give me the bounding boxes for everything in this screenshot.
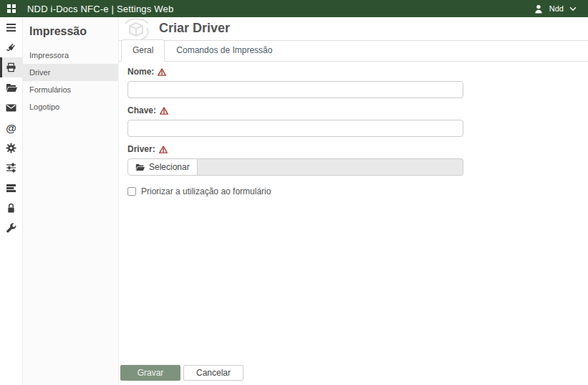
mail-icon (6, 104, 16, 112)
driver-form: Nome: Chave: Driver: (119, 67, 588, 196)
menu-icon (6, 23, 16, 32)
lock-icon (6, 203, 16, 214)
panel-title: Impressão (23, 17, 118, 47)
select-file-button[interactable]: Selecionar (127, 158, 198, 176)
driver-label: Driver: (127, 144, 579, 154)
sliders-icon (6, 163, 16, 173)
main-content: Criar Driver Geral Comandos de Impressão… (119, 17, 588, 385)
sidebar-item-preferences[interactable] (0, 158, 22, 178)
chave-label: Chave: (127, 105, 579, 115)
user-menu[interactable]: Ndd (534, 4, 577, 14)
panel-item-driver[interactable]: Driver (23, 64, 118, 81)
gear-icon (6, 143, 16, 153)
wrench-icon (6, 223, 16, 234)
sidebar-item-servers[interactable] (0, 178, 22, 198)
warning-icon (158, 68, 166, 76)
priorizar-checkbox-label: Priorizar a utilização ao formulário (141, 186, 271, 196)
driver-file-row: Selecionar (127, 158, 463, 176)
icon-sidebar: @ (0, 17, 23, 385)
sidebar-item-tools[interactable] (0, 218, 22, 238)
app-title: NDD i-Docs NFC-e | Settings Web (27, 4, 173, 14)
package-cube-icon (120, 18, 153, 42)
at-sign-icon: @ (6, 123, 16, 133)
nome-label: Nome: (127, 67, 579, 77)
tab-geral[interactable]: Geral (121, 39, 165, 62)
sidebar-item-files[interactable] (0, 77, 22, 98)
sidebar-item-settings[interactable] (0, 138, 22, 158)
user-name: Ndd (549, 4, 564, 13)
panel-item-formularios[interactable]: Formulários (23, 81, 118, 98)
sidebar-item-email-settings[interactable]: @ (0, 118, 22, 138)
sidebar-item-mail[interactable] (0, 98, 22, 118)
printer-icon (6, 62, 16, 72)
plug-icon (6, 42, 16, 53)
warning-icon (159, 146, 168, 153)
panel-item-impressora[interactable]: Impressora (23, 47, 118, 64)
page-header: Criar Driver (119, 17, 588, 41)
form-footer: Gravar Cancelar (120, 365, 244, 381)
save-button[interactable]: Gravar (120, 365, 180, 381)
chave-input[interactable] (127, 120, 463, 137)
sidebar-item-menu[interactable] (0, 17, 22, 37)
server-icon (6, 184, 16, 193)
cancel-button[interactable]: Cancelar (183, 365, 244, 381)
warning-icon (160, 107, 168, 115)
sidebar-item-connections[interactable] (0, 37, 22, 57)
panel-item-logotipo[interactable]: Logotipo (23, 98, 118, 115)
tab-comandos-de-impressao[interactable]: Comandos de Impressão (165, 39, 284, 62)
driver-file-field (198, 158, 463, 176)
sidebar-item-security[interactable] (0, 198, 22, 218)
apps-grid-icon[interactable] (6, 4, 16, 14)
person-icon (534, 4, 544, 14)
folder-open-icon (6, 83, 17, 92)
topbar: NDD i-Docs NFC-e | Settings Web Ndd (0, 0, 588, 17)
folder-open-icon (135, 163, 145, 171)
priorizar-checkbox[interactable] (127, 187, 136, 196)
priorizar-checkbox-row: Priorizar a utilização ao formulário (127, 186, 579, 196)
section-panel: Impressão Impressora Driver Formulários … (23, 17, 119, 385)
sidebar-item-printing[interactable] (0, 57, 22, 77)
chevron-down-icon (569, 6, 577, 11)
nome-input[interactable] (127, 81, 463, 98)
tab-bar: Geral Comandos de Impressão (119, 41, 588, 62)
page-title: Criar Driver (159, 21, 230, 36)
